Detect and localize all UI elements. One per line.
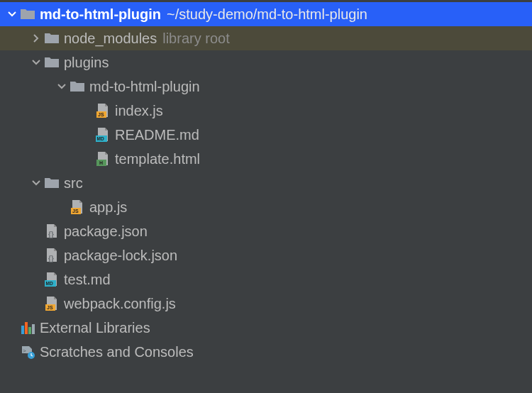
folder-icon <box>44 31 60 46</box>
tree-item-node-modules[interactable]: node_modules library root <box>0 26 532 50</box>
file-json-icon <box>44 248 60 263</box>
file-js-icon <box>70 199 85 215</box>
tree-item-label: md-to-html-plugin <box>40 6 161 23</box>
tree-item-path: ~/study-demo/md-to-html-plugin <box>167 6 367 23</box>
folder-icon <box>70 79 85 94</box>
folder-icon <box>44 175 60 191</box>
chevron-right-icon[interactable] <box>28 34 44 43</box>
file-html-icon <box>95 151 111 167</box>
tree-item-scratches[interactable]: Scratches and Consoles <box>0 340 532 364</box>
tree-item-template-html[interactable]: template.html <box>0 147 532 171</box>
tree-item-src[interactable]: src <box>0 171 532 195</box>
tree-item-label: Scratches and Consoles <box>40 344 194 360</box>
tree-item-package-lock-json[interactable]: package-lock.json <box>0 243 532 267</box>
tree-item-plugins[interactable]: plugins <box>0 50 532 74</box>
tree-item-index-js[interactable]: index.js <box>0 99 532 123</box>
tree-item-readme-md[interactable]: README.md <box>0 123 532 147</box>
tree-item-label: test.md <box>64 272 111 288</box>
tree-item-label: External Libraries <box>40 320 150 336</box>
tree-item-label: md-to-html-plugin <box>89 79 200 95</box>
folder-icon <box>44 55 60 70</box>
tree-item-webpack-config[interactable]: webpack.config.js <box>0 292 532 316</box>
tree-item-label: template.html <box>115 151 200 167</box>
file-js-icon <box>44 296 60 311</box>
tree-item-label: app.js <box>89 199 127 216</box>
tree-item-hint: library root <box>162 31 229 47</box>
tree-item-label: package-lock.json <box>64 248 177 264</box>
project-tree: md-to-html-plugin ~/study-demo/md-to-htm… <box>0 0 532 366</box>
tree-item-label: index.js <box>115 103 163 119</box>
tree-item-plugins-md[interactable]: md-to-html-plugin <box>0 74 532 99</box>
tree-item-external-libraries[interactable]: External Libraries <box>0 316 532 340</box>
file-md-icon <box>44 272 60 287</box>
chevron-down-icon[interactable] <box>28 58 44 67</box>
external-libraries-icon <box>20 320 35 336</box>
chevron-down-icon[interactable] <box>4 10 20 18</box>
tree-item-label: package.json <box>64 223 148 240</box>
chevron-down-icon[interactable] <box>28 179 44 187</box>
tree-item-label: README.md <box>115 127 199 143</box>
tree-item-label: plugins <box>64 55 109 71</box>
tree-item-label: webpack.config.js <box>64 296 176 312</box>
file-js-icon <box>95 103 111 118</box>
file-md-icon <box>95 127 111 143</box>
tree-item-root[interactable]: md-to-html-plugin ~/study-demo/md-to-htm… <box>0 2 532 26</box>
folder-icon <box>20 6 35 22</box>
tree-item-label: node_modules <box>64 31 157 47</box>
chevron-down-icon[interactable] <box>54 82 70 91</box>
tree-item-label: src <box>64 175 83 192</box>
tree-item-app-js[interactable]: app.js <box>0 195 532 219</box>
file-json-icon <box>44 223 60 239</box>
scratches-icon <box>20 344 35 360</box>
tree-item-package-json[interactable]: package.json <box>0 219 532 243</box>
tree-item-test-md[interactable]: test.md <box>0 267 532 292</box>
